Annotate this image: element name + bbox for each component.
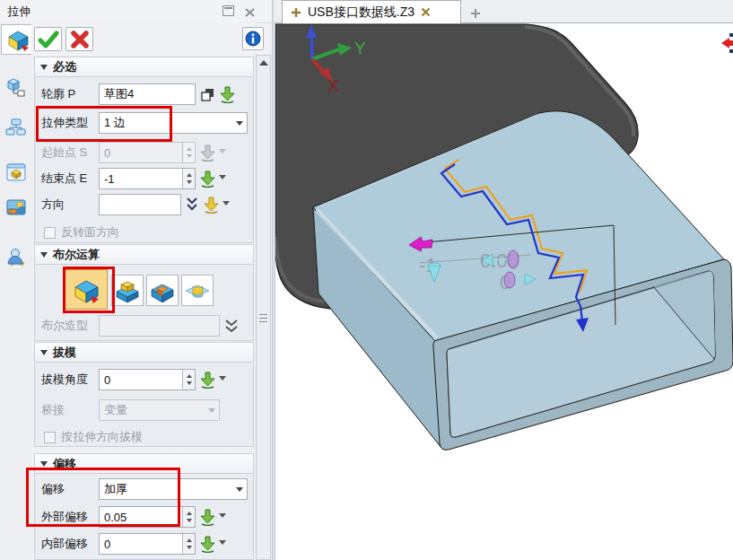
offset-label: 偏移 (41, 481, 99, 497)
hierarchy-icon[interactable] (4, 114, 29, 141)
info-button[interactable] (242, 27, 264, 50)
chevron-down-icon[interactable] (219, 376, 226, 384)
pick-arrow-green-icon[interactable] (199, 171, 216, 188)
extrude-type-select[interactable]: 1 边 (99, 112, 248, 134)
direction-row: 方向 (41, 193, 230, 216)
spinner (182, 143, 195, 162)
section-boolean-title: 布尔运算 (53, 247, 100, 263)
profile-label: 轮廓 P (41, 86, 99, 102)
app-window: 拉伸 (0, 0, 733, 560)
double-chevron-down-icon[interactable] (185, 196, 199, 214)
chevron-down-icon[interactable] (219, 175, 226, 183)
3d-viewport-canvas[interactable]: -1 0.05 0 Y X (275, 23, 733, 560)
spinner[interactable] (182, 169, 195, 188)
panel-titlebar: 拉伸 (0, 0, 272, 23)
handle-line (491, 259, 509, 260)
new-tab-button[interactable] (470, 6, 481, 22)
section-required-title: 必选 (53, 59, 76, 75)
restore-icon[interactable] (223, 5, 234, 16)
scrollbar-grip[interactable] (259, 314, 267, 325)
outer-offset-label: 外部偏移 (41, 509, 99, 525)
chevron-down-icon (236, 121, 243, 129)
section-draft-header[interactable]: 拔模 (34, 342, 254, 363)
chevron-down-icon (219, 149, 226, 157)
double-chevron-down-icon[interactable] (223, 317, 240, 335)
profile-input[interactable]: 草图4 (99, 83, 196, 105)
boolean-shape-label: 布尔造型 (41, 318, 99, 334)
spinner[interactable] (182, 534, 195, 554)
offset-select[interactable]: 加厚 (99, 478, 248, 500)
boolean-shape-row: 布尔造型 (41, 314, 240, 337)
dock-arrow-icon[interactable] (721, 33, 733, 53)
pick-arrow-gray-icon (199, 144, 216, 162)
draft-along-checkbox (44, 432, 56, 443)
scroll-up-icon[interactable] (257, 56, 270, 70)
boolean-subtract-button[interactable] (146, 275, 179, 306)
inner-offset-input[interactable]: 0 (99, 533, 196, 555)
axis-x-label: X (327, 76, 339, 95)
draft-angle-input[interactable]: 0 (99, 369, 196, 390)
cancel-button[interactable] (65, 27, 93, 51)
section-offset-header[interactable]: 偏移 (34, 453, 254, 474)
extrude-form: 必选 轮廓 P 草图4 拉伸类型 1 边 起始点 S (32, 22, 256, 560)
collapse-triangle-icon (40, 461, 48, 467)
info-icon (245, 31, 261, 47)
close-icon[interactable] (244, 5, 256, 16)
pick-arrow-yellow-icon[interactable] (203, 197, 220, 214)
inner-offset-row: 内部偏移 0 (41, 532, 226, 556)
extrude-panel: 拉伸 (0, 0, 273, 560)
boolean-intersect-button[interactable] (181, 275, 214, 306)
user-icon[interactable] (4, 243, 29, 270)
profile-row: 轮廓 P 草图4 (41, 83, 236, 106)
chevron-down-icon[interactable] (219, 513, 226, 521)
section-required-header[interactable]: 必选 (34, 57, 254, 77)
tab-close-icon[interactable] (421, 7, 431, 17)
cube-node-icon[interactable] (4, 74, 29, 101)
start-point-input: 0 (99, 142, 196, 163)
image-icon[interactable] (4, 194, 29, 221)
section-boolean-header[interactable]: 布尔运算 (34, 244, 254, 265)
pick-arrow-green-icon[interactable] (199, 372, 216, 389)
flip-face-label: 反转面方向 (61, 224, 119, 241)
panel-scrollbar[interactable] (256, 55, 271, 560)
section-draft-title: 拔模 (53, 345, 76, 361)
offset-row: 偏移 加厚 (41, 477, 248, 501)
document-tab-label: USB接口数据线.Z3 (308, 4, 414, 21)
collapse-triangle-icon (40, 65, 48, 70)
draft-along-row: 按拉伸方向拔模 (41, 425, 143, 449)
spinner[interactable] (182, 507, 195, 527)
plus-icon (470, 8, 481, 19)
extrude-type-row: 拉伸类型 1 边 (41, 111, 248, 135)
end-point-row: 结束点 E -1 (41, 167, 226, 190)
boolean-base-button[interactable] (65, 269, 108, 310)
box-window-icon[interactable] (4, 159, 29, 186)
end-point-label: 结束点 E (41, 171, 99, 187)
pick-arrow-green-icon[interactable] (219, 86, 236, 103)
bridge-select: 变量 (99, 399, 220, 421)
chevron-down-icon[interactable] (219, 540, 226, 548)
outer-offset-input[interactable]: 0.05 (99, 506, 196, 528)
chevron-down-icon[interactable] (223, 201, 230, 209)
3d-viewport[interactable]: -1 0.05 0 Y X (275, 23, 733, 560)
draft-along-label: 按拉伸方向拔模 (61, 429, 143, 445)
ok-button[interactable] (34, 27, 62, 51)
boolean-add-button[interactable] (111, 275, 144, 306)
start-point-row: 起始点 S 0 (41, 141, 226, 164)
drag-sphere-inner[interactable] (504, 272, 515, 288)
pick-arrow-green-icon[interactable] (199, 536, 216, 553)
direction-input[interactable] (99, 194, 181, 215)
axis-y-label: Y (354, 39, 366, 57)
spinner[interactable] (182, 370, 195, 389)
end-point-input[interactable]: -1 (99, 168, 196, 189)
pick-arrow-green-icon[interactable] (199, 509, 216, 526)
check-icon (38, 31, 59, 48)
draft-angle-label: 拔模角度 (41, 372, 99, 388)
section-offset-title: 偏移 (53, 456, 76, 472)
flip-face-checkbox (44, 227, 56, 239)
inner-offset-label: 内部偏移 (41, 536, 99, 552)
drag-sphere-outer[interactable] (508, 250, 519, 268)
document-tab[interactable]: USB接口数据线.Z3 (282, 0, 461, 23)
chevron-down-icon (208, 408, 215, 416)
copy-icon[interactable] (199, 86, 215, 102)
extrude-box-icon[interactable] (1, 24, 31, 55)
